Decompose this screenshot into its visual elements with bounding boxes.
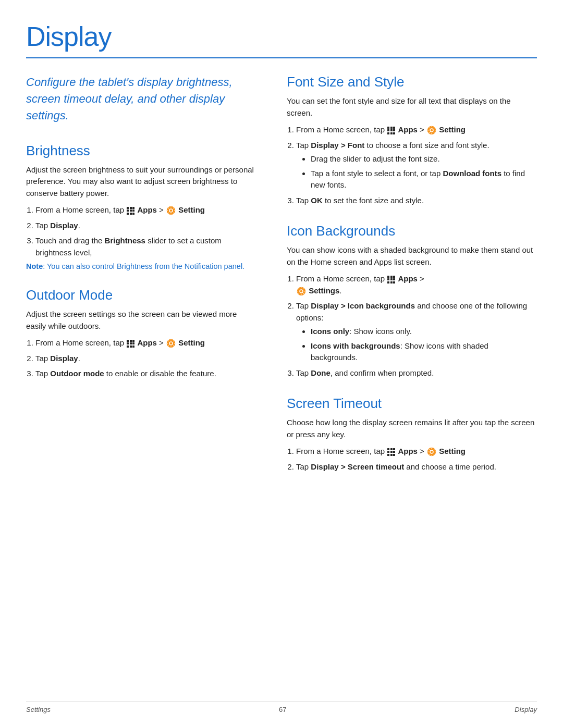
apps-label-2: Apps xyxy=(137,338,157,347)
apps-grid-icon-3 xyxy=(387,127,395,134)
brightness-step-2: Tap Display. xyxy=(35,220,255,232)
svg-point-3 xyxy=(297,287,306,295)
screentimeout-steps: From a Home screen, tap Apps > Set xyxy=(296,446,537,473)
apps-grid-icon-5 xyxy=(387,448,395,456)
outdoor-section: Outdoor Mode Adjust the screen settings … xyxy=(26,287,255,380)
page-title: Display xyxy=(26,21,537,52)
outdoor-step-1: From a Home screen, tap Apps > Set xyxy=(35,337,255,349)
outdoor-step-3: Tap Outdoor mode to enable or disable th… xyxy=(35,368,255,380)
screentimeout-title: Screen Timeout xyxy=(287,396,537,412)
content-columns: Configure the tablet's display brightnes… xyxy=(26,74,537,476)
fontsize-body: You can set the font style and size for … xyxy=(287,95,537,119)
svg-point-1 xyxy=(167,339,176,348)
screentimeout-body: Choose how long the display screen remai… xyxy=(287,417,537,440)
left-column: Configure the tablet's display brightnes… xyxy=(26,74,255,476)
brightness-step-1: From a Home screen, tap Apps > Setting xyxy=(35,204,255,216)
setting-label-5: Setting xyxy=(439,447,466,455)
fontsize-step-1: From a Home screen, tap Apps > Setting xyxy=(296,124,537,136)
svg-point-0 xyxy=(167,206,176,215)
iconbg-section: Icon Backgrounds You can show icons with… xyxy=(287,223,537,379)
iconbg-bullets: Icons only: Show icons only. Icons with … xyxy=(311,326,537,364)
footer-right: Display xyxy=(515,706,537,713)
screentimeout-step-1: From a Home screen, tap Apps > Set xyxy=(296,446,537,458)
intro-text: Configure the tablet's display brightnes… xyxy=(26,74,255,124)
apps-grid-icon-2 xyxy=(127,340,134,348)
iconbg-bullet-2: Icons with backgrounds: Show icons with … xyxy=(311,340,537,364)
setting-label-1: Setting xyxy=(178,205,205,214)
fontsize-step-3: Tap OK to set the font size and style. xyxy=(296,195,537,207)
fontsize-bullets: Drag the slider to adjust the font size.… xyxy=(311,153,537,191)
title-divider xyxy=(26,57,537,58)
outdoor-step-2: Tap Display. xyxy=(35,353,255,365)
settings-label-4: Settings xyxy=(309,286,339,295)
footer-page-number: 67 xyxy=(279,706,286,713)
brightness-title: Brightness xyxy=(26,143,255,159)
brightness-step-3: Touch and drag the Brightness slider to … xyxy=(35,235,255,258)
iconbg-step-2: Tap Display > Icon backgrounds and choos… xyxy=(296,300,537,364)
iconbg-step-1: From a Home screen, tap Apps > Set xyxy=(296,273,537,297)
fontsize-step-2: Tap Display > Font to choose a font size… xyxy=(296,140,537,191)
footer: Settings 67 Display xyxy=(26,701,537,713)
brightness-steps: From a Home screen, tap Apps > Setting T… xyxy=(35,204,255,258)
setting-label-3: Setting xyxy=(439,125,466,134)
apps-label-4: Apps xyxy=(398,274,418,283)
iconbg-body: You can show icons with a shaded backgro… xyxy=(287,244,537,268)
screentimeout-section: Screen Timeout Choose how long the displ… xyxy=(287,396,537,473)
fontsize-steps: From a Home screen, tap Apps > Setting xyxy=(296,124,537,206)
fontsize-bullet-2: Tap a font style to select a font, or ta… xyxy=(311,168,537,191)
fontsize-title: Font Size and Style xyxy=(287,74,537,90)
apps-label-3: Apps xyxy=(398,125,418,134)
brightness-note: Note: You can also control Brightness fr… xyxy=(26,262,255,270)
outdoor-steps: From a Home screen, tap Apps > Set xyxy=(35,337,255,380)
outdoor-body: Adjust the screen settings so the screen… xyxy=(26,309,255,332)
fontsize-bullet-1: Drag the slider to adjust the font size. xyxy=(311,153,537,165)
brightness-body: Adjust the screen brightness to suit you… xyxy=(26,164,255,200)
settings-icon-3 xyxy=(427,126,436,135)
iconbg-title: Icon Backgrounds xyxy=(287,223,537,239)
iconbg-bullet-1: Icons only: Show icons only. xyxy=(311,326,537,338)
screentimeout-step-2: Tap Display > Screen timeout and choose … xyxy=(296,461,537,473)
svg-point-4 xyxy=(427,448,436,456)
iconbg-steps: From a Home screen, tap Apps > Set xyxy=(296,273,537,379)
apps-label-1: Apps xyxy=(137,205,157,214)
page-container: Display Configure the tablet's display b… xyxy=(0,0,563,508)
footer-left: Settings xyxy=(26,706,51,713)
svg-point-2 xyxy=(427,126,436,135)
apps-grid-icon-1 xyxy=(127,207,134,215)
right-column: Font Size and Style You can set the font… xyxy=(287,74,537,476)
settings-icon-2 xyxy=(166,339,176,348)
settings-icon-1 xyxy=(166,206,176,215)
settings-icon-4 xyxy=(297,287,306,296)
iconbg-step-3: Tap Done, and confirm when prompted. xyxy=(296,367,537,379)
setting-label-2: Setting xyxy=(178,338,205,347)
outdoor-title: Outdoor Mode xyxy=(26,287,255,303)
settings-icon-5 xyxy=(427,447,436,456)
apps-grid-icon-4 xyxy=(387,276,395,283)
apps-label-5: Apps xyxy=(398,447,418,455)
